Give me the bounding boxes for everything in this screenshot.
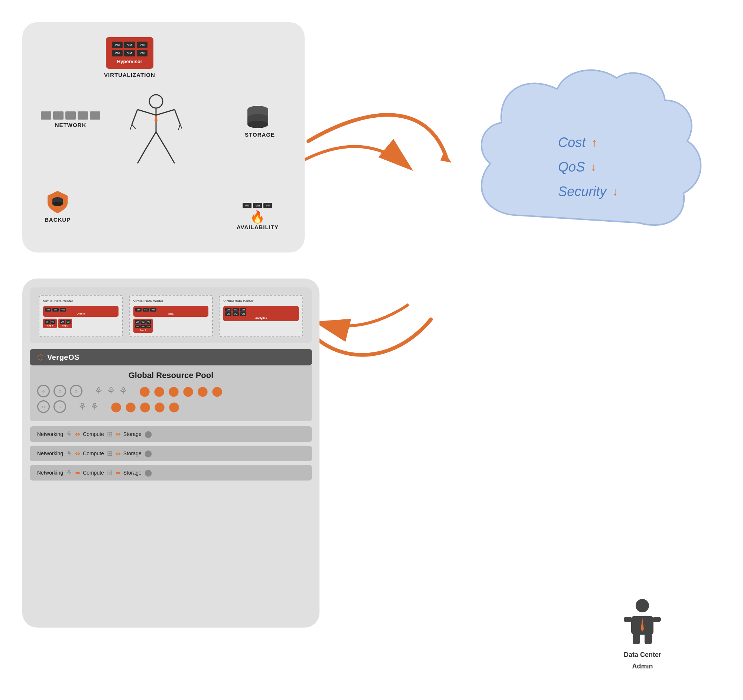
vm-small: VM — [253, 203, 262, 208]
network-label: NETWORK — [41, 122, 100, 128]
storage-cylinder-icon: ⬤ — [154, 401, 165, 413]
node-row-2: Networking ⚘ ⇔ Compute ⊞ ⇔ Storage ⬤ — [30, 446, 312, 461]
qos-arrow-icon: ↓ — [591, 161, 596, 173]
cpu-icon: ○ — [37, 385, 50, 397]
cpu-small-icon: ⊞ — [107, 449, 112, 458]
networking-label-1: Networking — [37, 431, 63, 437]
vergeos-bar: ⬡ VergeOS — [30, 349, 312, 365]
cpu-small-icon: ⊞ — [107, 469, 112, 477]
network-section: NETWORK — [41, 111, 100, 128]
compute-label-3: Compute — [83, 470, 104, 476]
vergeos-label: VergeOS — [47, 353, 80, 362]
svg-marker-2 — [440, 152, 451, 162]
svg-point-27 — [636, 599, 649, 612]
backup-shield-icon — [44, 189, 71, 215]
grp-icons-row-2: ○ ○ ⚘ ⚘ ⬤ ⬤ ⬤ ⬤ ⬤ — [37, 400, 305, 413]
network-bar — [65, 111, 76, 120]
fiber-icon: ⚘ — [78, 401, 87, 413]
backup-section: BACKUP — [44, 189, 71, 223]
grp-title: Global Resource Pool — [37, 371, 305, 380]
storage-cylinder-icon: ⬤ — [183, 385, 194, 397]
cloud-panel: Cost ↑ QoS ↓ Security ↓ — [453, 59, 713, 275]
vdc-vm: VM — [232, 308, 239, 312]
vdc-app-vm: VM — [66, 320, 71, 324]
fiber-icon: ⚘ — [90, 401, 99, 413]
left-arrow-icon-1: ⇔ — [75, 431, 80, 438]
stick-figure — [130, 91, 182, 165]
vdc-card-sql: Virtual Data Center VM VM VM SQL VM VM V… — [129, 295, 213, 337]
vdc-vm: VM — [225, 308, 231, 312]
storage-cylinder-icon: ⬤ — [125, 401, 136, 413]
svg-line-18 — [167, 151, 175, 163]
vdc-app-row-2: VM VM VM VM VM VM App 6 — [133, 319, 209, 333]
right-arrow-icon-3: ⇔ — [115, 470, 120, 477]
virtualization-label: VIRTUALIZATION — [104, 72, 155, 78]
cloud-cost-label: Cost — [558, 135, 586, 151]
storage-cylinder-icon: ⬤ — [168, 385, 179, 397]
grp-section: Global Resource Pool ○ ○ ○ ⚘ ⚘ ⚘ ⬤ ⬤ ⬤ ⬤… — [30, 365, 312, 421]
network-bar — [78, 111, 88, 120]
vdc-app2: VM VM App 2 — [58, 319, 72, 328]
fiber-icon: ⚘ — [119, 385, 127, 397]
svg-line-11 — [130, 124, 132, 130]
vdc-app-row-1: VM VM App 1 VM VM App 2 — [43, 319, 118, 328]
storage-label-1: Storage — [123, 431, 142, 437]
fiber-icon: ⚘ — [94, 385, 103, 397]
vm-small: VM — [243, 203, 252, 208]
storage-label-3: Storage — [123, 470, 142, 476]
svg-line-14 — [180, 124, 182, 129]
network-bar — [41, 111, 51, 120]
vdc-vm: VM — [150, 308, 156, 312]
svg-point-4 — [149, 95, 163, 108]
vm-cell: VM — [137, 41, 148, 48]
storage-label: STORAGE — [245, 131, 275, 138]
node-rows: Networking ⚘ ⇔ Compute ⊞ ⇔ Storage ⬤ Net… — [30, 426, 312, 480]
vdc-section: Virtual Data Center VM VM VM Oracle VM V… — [30, 287, 312, 343]
storage-small-icon: ⬤ — [145, 449, 152, 458]
vdc-app-vm: VM — [60, 320, 65, 324]
vdc-vm: VM — [60, 308, 66, 312]
svg-rect-30 — [624, 617, 632, 622]
storage-cylinder-icon: ⬤ — [169, 401, 179, 413]
vdc-analytics-label: Analytics — [225, 317, 297, 319]
svg-point-26 — [52, 202, 63, 206]
compute-label-1: Compute — [83, 431, 104, 437]
networking-label-2: Networking — [37, 450, 63, 456]
vdc-app1-label: App 1 — [44, 325, 55, 327]
cloud-content: Cost ↑ QoS ↓ Security ↓ — [558, 126, 618, 208]
vdc-app-vm: VM — [44, 320, 50, 324]
vdc-vm-group-analytics: VM VM VM VM VM VM Analytics — [223, 306, 299, 321]
vdc-title-2: Virtual Data Center — [133, 299, 209, 303]
storage-label-2: Storage — [123, 450, 142, 456]
vdc-card-analytics: Virtual Data Center VM VM VM VM VM VM An… — [219, 295, 303, 337]
vdc-app-vm: VM — [50, 320, 56, 324]
svg-line-17 — [138, 151, 145, 163]
cpu-icon: ○ — [53, 400, 66, 413]
vdc-vm-group-sql: VM VM VM SQL — [133, 306, 209, 317]
vdc-app6: VM VM VM VM VM VM App 6 — [133, 319, 153, 333]
fiber-small-icon: ⚘ — [66, 469, 72, 477]
network-bar — [90, 111, 100, 120]
networking-label-3: Networking — [37, 470, 63, 476]
left-arrow-icon-3: ⇔ — [75, 470, 80, 477]
cpu-icon: ○ — [70, 385, 83, 397]
vdc-app-vm: VM — [147, 325, 152, 328]
right-arrow-icon-2: ⇔ — [115, 450, 120, 457]
bottom-left-panel: Virtual Data Center VM VM VM Oracle VM V… — [22, 279, 320, 628]
vdc-title-3: Virtual Data Center — [223, 299, 299, 303]
vdc-title-1: Virtual Data Center — [43, 299, 118, 303]
left-arrow-icon-2: ⇔ — [75, 450, 80, 457]
vdc-vm: VM — [240, 308, 246, 312]
vdc-vm: VM — [232, 312, 239, 316]
storage-small-icon: ⬤ — [145, 469, 152, 477]
vdc-app-vm: VM — [135, 320, 140, 324]
vdc-sql-label: SQL — [135, 312, 207, 315]
cost-arrow-icon: ↑ — [591, 136, 597, 149]
vdc-app-vm: VM — [141, 325, 146, 328]
vdc-oracle-label: Oracle — [45, 312, 117, 315]
vdc-app1: VM VM App 1 — [43, 319, 57, 328]
fiber-icon: ⚘ — [107, 385, 115, 397]
storage-small-icon: ⬤ — [145, 430, 152, 438]
vm-cell: VM — [112, 41, 123, 48]
availability-section: VM VM VM 🔥 AVAILABILITY — [237, 203, 279, 230]
